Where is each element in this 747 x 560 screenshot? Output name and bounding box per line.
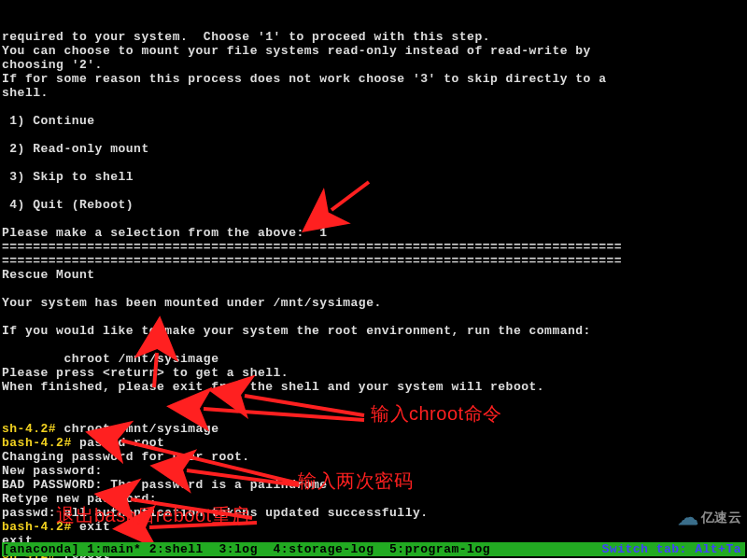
terminal-line — [2, 156, 745, 170]
terminal-line — [2, 212, 745, 226]
terminal-line: 2) Read-only mount — [2, 142, 745, 156]
shell-line: BAD PASSWORD: The password is a palindro… — [2, 478, 745, 492]
terminal-line — [2, 282, 745, 296]
status-right: Switch tab: Alt+Ta — [602, 542, 745, 556]
svg-line-2 — [245, 396, 364, 415]
terminal-line: 1) Continue — [2, 114, 745, 128]
terminal-line: Rescue Mount — [2, 268, 745, 282]
terminal-line: Your system has been mounted under /mnt/… — [2, 296, 745, 310]
watermark: ☁ 亿速云 — [678, 511, 741, 525]
tmux-status-bar: [anaconda] 1:main* 2:shell 3:log 4:stora… — [2, 542, 745, 556]
shell-line: Changing password for user root. — [2, 450, 745, 464]
terminal-line: required to your system. Choose '1' to p… — [2, 30, 745, 44]
shell-line: passwd: all authentication tokens update… — [2, 506, 745, 520]
terminal-line: You can choose to mount your file system… — [2, 44, 745, 58]
shell-prompt: sh-4.2# — [2, 422, 63, 436]
status-left: [anaconda] 1:main* 2:shell 3:log 4:stora… — [2, 542, 490, 556]
shell-line: bash-4.2# exit — [2, 520, 745, 534]
terminal-line: ========================================… — [2, 254, 745, 268]
terminal-line: 4) Quit (Reboot) — [2, 198, 745, 212]
terminal-screen[interactable]: required to your system. Choose '1' to p… — [0, 0, 747, 558]
annotation-chroot: 输入chroot命令 — [371, 407, 502, 421]
terminal-line: shell. — [2, 86, 745, 100]
terminal-line — [2, 338, 745, 352]
terminal-line: If for some reason this process does not… — [2, 72, 745, 86]
terminal-line — [2, 100, 745, 114]
terminal-line: choosing '2'. — [2, 58, 745, 72]
cloud-icon: ☁ — [678, 511, 699, 525]
shell-line: New password: — [2, 464, 745, 478]
shell-line: Retype new password: — [2, 492, 745, 506]
terminal-line: ========================================… — [2, 240, 745, 254]
terminal-line — [2, 128, 745, 142]
shell-line: sh-4.2# chroot /mnt/sysimage — [2, 422, 745, 436]
terminal-line: When finished, please exit from the shel… — [2, 380, 745, 394]
shell-prompt: bash-4.2# — [2, 436, 79, 450]
terminal-line: chroot /mnt/sysimage — [2, 352, 745, 366]
svg-line-3 — [204, 409, 364, 420]
terminal-line — [2, 184, 745, 198]
terminal-line: 3) Skip to shell — [2, 170, 745, 184]
terminal-line: If you would like to make your system th… — [2, 324, 745, 338]
shell-line: bash-4.2# passwd root — [2, 436, 745, 450]
terminal-line: Please press <return> to get a shell. — [2, 366, 745, 380]
terminal-line: Please make a selection from the above: … — [2, 226, 745, 240]
shell-session: sh-4.2# chroot /mnt/sysimagebash-4.2# pa… — [2, 422, 745, 560]
terminal-output: required to your system. Choose '1' to p… — [2, 30, 745, 394]
watermark-text: 亿速云 — [701, 511, 742, 525]
terminal-line — [2, 310, 745, 324]
shell-prompt: bash-4.2# — [2, 520, 79, 534]
